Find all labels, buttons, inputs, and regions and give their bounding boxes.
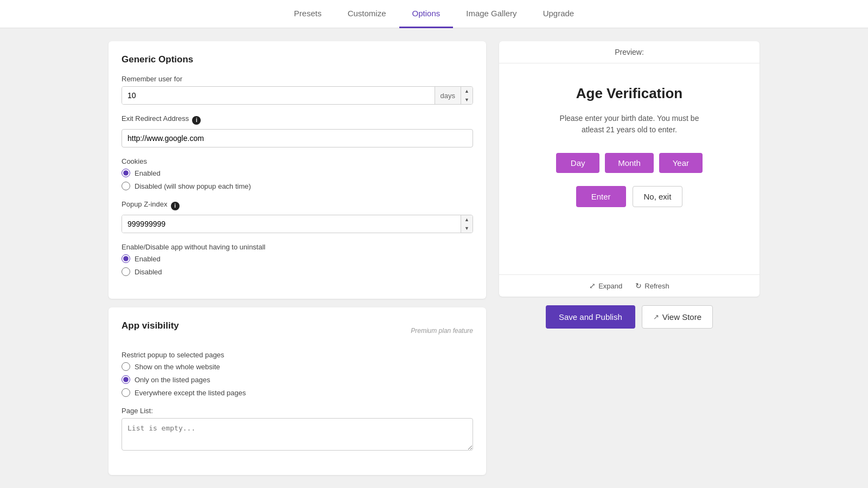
save-publish-button[interactable]: Save and Publish — [546, 305, 635, 329]
preview-footer: ⤢ Expand ↻ Refresh — [499, 275, 760, 297]
remember-user-suffix: days — [435, 87, 461, 104]
visibility-radio-group: Show on the whole website Only on the li… — [122, 362, 473, 397]
preview-frame: Age Verification Please enter your birth… — [499, 63, 760, 275]
popup-zindex-spinners: ▲ ▼ — [461, 215, 473, 233]
only-listed-label: Only on the listed pages — [135, 376, 210, 384]
cookies-disabled-option[interactable]: Disabled (will show popup each time) — [122, 182, 473, 190]
popup-zindex-input-wrapper: ▲ ▼ — [122, 215, 473, 233]
external-link-icon: ↗ — [653, 313, 659, 321]
popup-zindex-label-group: Popup Z-index i — [122, 200, 473, 211]
expand-label: Expand — [598, 282, 622, 290]
verification-title: Age Verification — [576, 85, 683, 102]
refresh-icon: ↻ — [635, 281, 642, 290]
cookies-disabled-label: Disabled (will show popup each time) — [135, 182, 251, 190]
action-buttons: Enter No, exit — [576, 186, 683, 207]
page-list-input[interactable] — [122, 418, 473, 451]
exit-redirect-label: Exit Redirect Address — [122, 114, 189, 123]
page-list-group: Page List: — [122, 407, 473, 452]
remember-user-input[interactable] — [122, 87, 435, 104]
app-visibility-card: App visibility Premium plan feature Rest… — [108, 307, 486, 475]
cookies-group: Cookies Enabled Disabled (will show popu… — [122, 157, 473, 190]
app-visibility-title: App visibility — [122, 320, 179, 331]
main-content: Generic Options Remember user for days ▲… — [0, 28, 868, 488]
except-listed-option[interactable]: Everywhere except the listed pages — [122, 388, 473, 397]
nav-item-upgrade[interactable]: Upgrade — [530, 0, 588, 28]
view-store-button[interactable]: ↗ View Store — [642, 305, 713, 329]
exit-redirect-group: Exit Redirect Address i — [122, 114, 473, 147]
remember-user-input-wrapper: days ▲ ▼ — [122, 86, 473, 105]
nav-item-options[interactable]: Options — [399, 0, 454, 28]
cookies-enabled-radio[interactable] — [122, 169, 130, 177]
nav-item-presets[interactable]: Presets — [281, 0, 335, 28]
enable-label: Enabled — [135, 255, 161, 263]
cookies-radio-group: Enabled Disabled (will show popup each t… — [122, 169, 473, 190]
popup-zindex-down[interactable]: ▼ — [461, 224, 473, 233]
nav-item-customize[interactable]: Customize — [335, 0, 399, 28]
refresh-action[interactable]: ↻ Refresh — [635, 281, 669, 290]
cookies-disabled-radio[interactable] — [122, 182, 130, 190]
preview-label: Preview: — [499, 41, 760, 63]
generic-options-card: Generic Options Remember user for days ▲… — [108, 41, 486, 299]
enable-disable-radio-group: Enabled Disabled — [122, 254, 473, 276]
restrict-popup-label: Restrict popup to selected pages — [122, 351, 473, 359]
expand-icon: ⤢ — [589, 281, 596, 290]
verification-subtitle: Please enter your birth date. You must b… — [548, 113, 711, 136]
enter-button[interactable]: Enter — [576, 186, 626, 207]
no-exit-button[interactable]: No, exit — [633, 186, 683, 207]
only-listed-option[interactable]: Only on the listed pages — [122, 375, 473, 384]
remember-user-label: Remember user for — [122, 75, 473, 83]
only-listed-radio[interactable] — [122, 375, 130, 384]
popup-zindex-info-icon[interactable]: i — [171, 202, 180, 210]
popup-zindex-input[interactable] — [122, 215, 461, 233]
enable-disable-label: Enable/Disable app without having to uni… — [122, 243, 473, 251]
enable-option[interactable]: Enabled — [122, 254, 473, 263]
right-panel: Preview: Age Verification Please enter y… — [499, 41, 760, 475]
view-store-label: View Store — [662, 312, 701, 322]
popup-zindex-up[interactable]: ▲ — [461, 215, 473, 224]
show-whole-radio[interactable] — [122, 362, 130, 371]
remember-user-spinners: ▲ ▼ — [461, 87, 473, 104]
left-panel: Generic Options Remember user for days ▲… — [108, 41, 486, 475]
premium-badge: Premium plan feature — [411, 327, 473, 335]
generic-options-title: Generic Options — [122, 54, 473, 65]
app-visibility-header: App visibility Premium plan feature — [122, 320, 473, 341]
remember-user-group: Remember user for days ▲ ▼ — [122, 75, 473, 105]
show-whole-option[interactable]: Show on the whole website — [122, 362, 473, 371]
exit-redirect-info-icon[interactable]: i — [192, 116, 201, 125]
cookies-enabled-label: Enabled — [135, 169, 161, 177]
preview-container: Preview: Age Verification Please enter y… — [499, 41, 760, 297]
remember-user-up[interactable]: ▲ — [461, 87, 473, 95]
exit-redirect-input[interactable] — [122, 129, 473, 147]
cookies-label: Cookies — [122, 157, 473, 165]
expand-action[interactable]: ⤢ Expand — [589, 281, 622, 290]
show-whole-label: Show on the whole website — [135, 363, 220, 371]
nav-item-image-gallery[interactable]: Image Gallery — [453, 0, 529, 28]
refresh-label: Refresh — [644, 282, 669, 290]
disable-radio[interactable] — [122, 267, 130, 276]
enable-radio[interactable] — [122, 254, 130, 263]
bottom-actions: Save and Publish ↗ View Store — [499, 305, 760, 329]
date-buttons: Day Month Year — [556, 153, 703, 173]
disable-option[interactable]: Disabled — [122, 267, 473, 276]
cookies-enabled-option[interactable]: Enabled — [122, 169, 473, 177]
except-listed-radio[interactable] — [122, 388, 130, 397]
disable-label: Disabled — [135, 268, 162, 276]
except-listed-label: Everywhere except the listed pages — [135, 389, 246, 397]
remember-user-down[interactable]: ▼ — [461, 95, 473, 104]
year-button[interactable]: Year — [659, 153, 703, 173]
page-list-label: Page List: — [122, 407, 473, 415]
exit-redirect-label-group: Exit Redirect Address i — [122, 114, 473, 126]
enable-disable-group: Enable/Disable app without having to uni… — [122, 243, 473, 276]
popup-zindex-group: Popup Z-index i ▲ ▼ — [122, 200, 473, 233]
month-button[interactable]: Month — [605, 153, 654, 173]
restrict-popup-group: Restrict popup to selected pages Show on… — [122, 351, 473, 397]
day-button[interactable]: Day — [556, 153, 599, 173]
popup-zindex-label: Popup Z-index — [122, 200, 168, 208]
top-nav: Presets Customize Options Image Gallery … — [0, 0, 868, 28]
